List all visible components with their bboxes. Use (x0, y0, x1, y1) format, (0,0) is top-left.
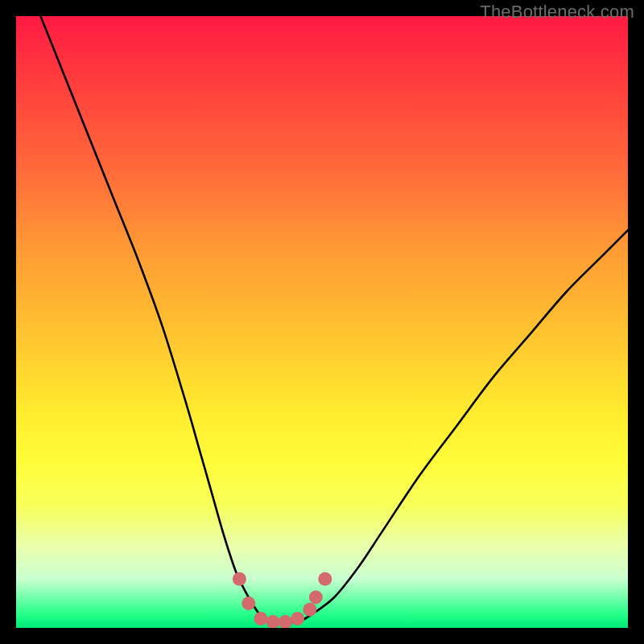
trough-marker (279, 615, 292, 628)
trough-marker (303, 603, 316, 617)
watermark-text: TheBottleneck.com (480, 2, 634, 23)
trough-marker (242, 597, 255, 610)
trough-marker (309, 591, 323, 605)
trough-marker (291, 612, 304, 625)
chart-svg (16, 16, 628, 628)
trough-marker (233, 572, 246, 586)
trough-marker (266, 615, 280, 628)
chart-area (16, 16, 628, 628)
trough-markers (233, 572, 332, 628)
bottleneck-curve (40, 16, 628, 622)
trough-marker (254, 612, 268, 625)
trough-marker (318, 572, 332, 586)
